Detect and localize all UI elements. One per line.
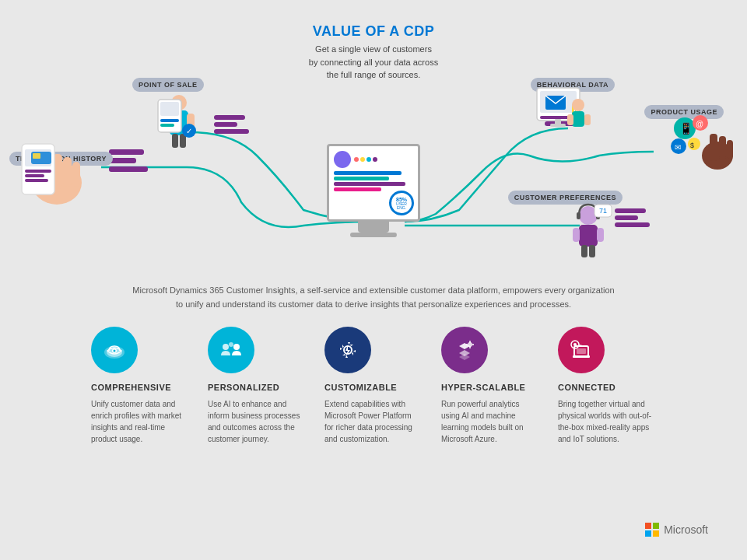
cdp-title: VALUE OF A CDP [288,23,459,40]
pos-person-illustration: ✓ [152,86,206,163]
svg-rect-0 [109,149,144,155]
svg-text:71: 71 [599,207,607,215]
product-usage-illustration: 📱 @ ✉ $ [671,109,733,178]
customizable-icon [335,337,361,363]
svg-rect-61 [577,212,580,219]
svg-point-44 [572,99,584,111]
microsoft-grid-icon [645,523,659,537]
monitor-screen: 85% USERENG. [327,144,420,222]
svg-rect-43 [550,124,566,127]
svg-rect-11 [615,222,650,227]
svg-rect-23 [33,153,40,159]
personalized-title: PERSONALIZED [208,383,306,392]
svg-rect-49 [710,134,717,161]
svg-rect-16 [72,162,80,187]
svg-rect-28 [172,134,178,148]
svg-rect-31 [160,102,179,116]
svg-rect-19 [25,170,51,173]
comprehensive-desc: Unify customer data and enrich profiles … [91,398,189,445]
feature-customizable: CUSTOMIZABLE Extend capabilities with Mi… [315,319,432,453]
svg-rect-46 [567,114,573,125]
customizable-title: CUSTOMIZABLE [324,383,423,392]
connected-icon [568,337,594,363]
ms-square-blue [645,530,651,537]
svg-rect-64 [573,228,580,242]
svg-rect-50 [719,136,726,159]
customizable-icon-circle [324,327,371,373]
personalized-desc: Use AI to enhance and inform business pr… [208,398,306,445]
feature-personalized: PERSONALIZED Use AI to enhance and infor… [198,319,315,453]
behavioral-person-illustration: 📊 [533,82,591,155]
svg-rect-67 [589,245,595,257]
customer-pref-illustration: 71 [562,198,615,268]
svg-rect-33 [160,124,174,127]
svg-rect-63 [579,225,598,247]
comprehensive-icon-circle [91,327,138,373]
svg-rect-45 [572,111,584,127]
svg-text:@: @ [696,120,703,128]
connected-icon-circle [558,327,605,373]
microsoft-logo: Microsoft [645,523,708,537]
customizable-desc: Extend capabilities with Microsoft Power… [324,398,423,445]
description-section: Microsoft Dynamics 365 Customer Insights… [109,284,638,311]
svg-rect-51 [727,140,733,159]
svg-point-75 [233,344,240,350]
svg-point-74 [223,344,229,350]
svg-point-73 [114,350,116,352]
ms-square-green [653,523,659,529]
hand-phone-illustration [14,109,92,213]
svg-rect-47 [584,114,591,125]
cdp-center: VALUE OF A CDP Get a single view of cust… [288,23,459,82]
feature-connected: CONNECTED Bring together virtual and phy… [549,319,665,453]
hyper-scalable-desc: Run powerful analytics using AI and mach… [441,398,539,445]
features-section: COMPREHENSIVE Unify customer data and en… [0,319,747,453]
ms-square-yellow [653,530,659,537]
svg-point-87 [573,343,577,346]
svg-text:$: $ [690,142,694,149]
feature-comprehensive: COMPREHENSIVE Unify customer data and en… [82,319,198,453]
cdp-subtitle: Get a single view of customersby connect… [288,43,459,82]
svg-rect-10 [615,215,638,220]
svg-rect-1 [109,158,136,163]
connected-desc: Bring together virtual and physical worl… [558,398,656,445]
svg-text:✓: ✓ [186,127,192,135]
svg-rect-32 [160,119,179,122]
personalized-icon-circle [208,327,254,373]
personalized-icon [218,337,244,363]
svg-rect-21 [25,179,48,182]
svg-rect-15 [63,157,72,187]
svg-rect-20 [25,174,44,177]
feature-hyper-scalable: HYPER-SCALABLE Run powerful analytics us… [432,319,549,453]
monitor-base [350,233,397,237]
svg-rect-65 [597,228,604,242]
svg-rect-66 [581,245,587,257]
svg-rect-3 [214,115,245,120]
svg-point-76 [229,342,233,347]
svg-rect-4 [214,122,237,127]
svg-rect-2 [109,166,148,172]
monitor-graphic: 85% USERENG. [323,144,424,253]
svg-text:📱: 📱 [679,122,693,135]
svg-rect-85 [577,348,586,354]
microsoft-text: Microsoft [664,523,708,536]
hyper-scalable-title: HYPER-SCALABLE [441,383,539,392]
comprehensive-title: COMPREHENSIVE [91,383,189,392]
hyper-scalable-icon-circle [441,327,488,373]
description-text: Microsoft Dynamics 365 Customer Insights… [109,284,638,311]
comprehensive-icon [101,337,128,363]
hyper-scalable-icon [451,337,478,363]
main-container: VALUE OF A CDP Get a single view of cust… [0,0,747,560]
svg-rect-9 [615,208,646,213]
svg-rect-84 [573,355,590,358]
infographic-section: VALUE OF A CDP Get a single view of cust… [0,0,747,296]
ms-square-red [645,523,651,529]
connected-title: CONNECTED [558,383,656,392]
monitor-stand [358,222,389,233]
svg-text:✉: ✉ [675,143,681,152]
svg-rect-5 [214,129,249,134]
